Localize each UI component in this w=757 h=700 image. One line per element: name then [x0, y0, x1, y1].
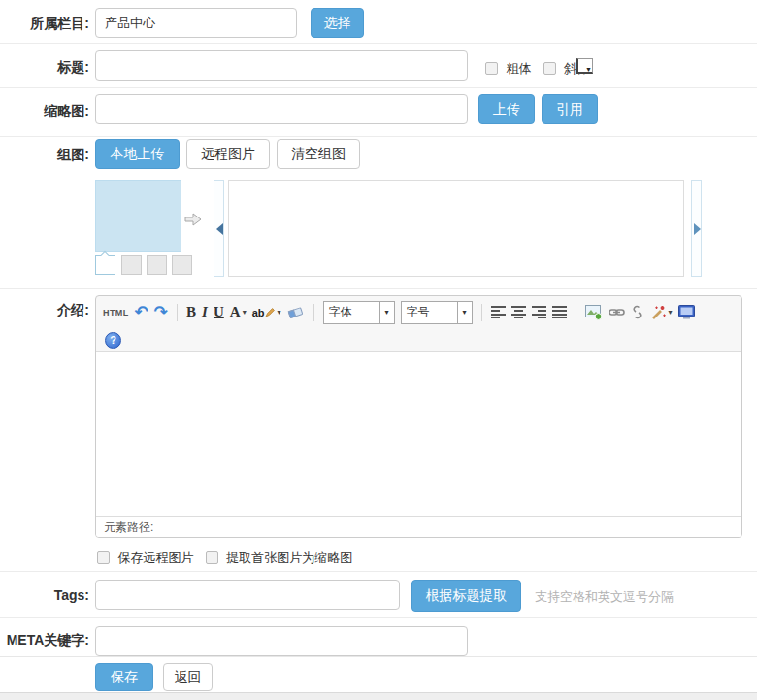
meta-keywords-label: META关键字: [7, 632, 89, 650]
gallery-list-area[interactable] [228, 180, 684, 277]
unlink-icon[interactable] [631, 305, 644, 319]
row-divider [0, 136, 757, 137]
gallery-thumb-slot[interactable] [172, 255, 192, 275]
undo-icon[interactable]: ↶ [135, 304, 148, 320]
eraser-icon[interactable] [287, 306, 305, 319]
pencil-icon [265, 307, 276, 317]
tags-extract-button[interactable]: 根据标题提取 [411, 580, 521, 612]
chevron-down-icon: ▾ [457, 302, 472, 323]
category-select-button[interactable]: 选择 [311, 8, 364, 38]
html-source-button[interactable]: HTML [103, 308, 129, 317]
toolbar-divider [481, 304, 482, 321]
redo-icon[interactable]: ↷ [154, 304, 168, 320]
gallery-thumb-slot[interactable] [121, 255, 142, 275]
gallery-tab-clear[interactable]: 清空组图 [277, 139, 360, 169]
font-color-button[interactable]: A ▾ [230, 304, 247, 320]
title-label: 标题: [57, 59, 89, 77]
thumbnail-label: 缩略图: [44, 103, 89, 120]
form-footer: 保存 返回 [0, 656, 757, 692]
toolbar-divider [576, 304, 576, 321]
triangle-left-icon [216, 223, 223, 235]
italic-button[interactable]: I [202, 304, 208, 320]
category-label: 所属栏目: [30, 16, 89, 33]
italic-checkbox[interactable] [543, 62, 556, 75]
chevron-down-icon: ▾ [243, 308, 247, 317]
row-divider [0, 571, 757, 572]
font-size-select[interactable]: 字号 ▾ [401, 301, 473, 324]
bold-button[interactable]: B [186, 304, 196, 320]
rich-text-editor: HTML ↶ ↷ B I U A ▾ ab ▾ 字体 ▾ [95, 295, 742, 538]
tags-hint: 支持空格和英文逗号分隔 [535, 588, 674, 606]
editor-toolbar-row1: HTML ↶ ↷ B I U A ▾ ab ▾ 字体 ▾ [96, 296, 741, 328]
editor-content[interactable] [96, 352, 741, 516]
row-divider [0, 617, 757, 618]
align-center-icon[interactable] [511, 306, 526, 318]
justify-icon[interactable] [552, 306, 567, 318]
gallery-preview-box[interactable] [95, 180, 181, 252]
chevron-down-icon: ▾ [278, 308, 281, 317]
magic-wand-icon[interactable]: ▾ [650, 305, 673, 320]
thumbnail-input[interactable] [95, 94, 468, 124]
chevron-down-icon: ▾ [669, 308, 673, 317]
underline-button[interactable]: U [214, 304, 224, 320]
gallery-thumb-slot[interactable] [95, 255, 115, 275]
gallery-tab-remote-image[interactable]: 远程图片 [186, 139, 270, 169]
help-icon[interactable]: ? [105, 332, 121, 349]
category-input[interactable] [95, 8, 297, 38]
extract-first-image-checkbox[interactable] [206, 551, 218, 564]
chevron-down-icon: ▼ [585, 66, 592, 73]
editor-toolbar-row2: ? [96, 328, 741, 352]
meta-keywords-input[interactable] [95, 626, 468, 656]
highlight-button[interactable]: ab ▾ [252, 307, 281, 318]
fullscreen-icon[interactable] [678, 305, 695, 319]
chevron-down-icon: ▾ [379, 302, 394, 323]
align-right-icon[interactable] [532, 306, 546, 318]
toolbar-divider [313, 304, 314, 321]
save-remote-images-label: 保存远程图片 [117, 550, 193, 565]
gallery-scroll-left[interactable] [214, 180, 224, 277]
insert-image-icon[interactable] [585, 305, 603, 320]
triangle-right-icon [694, 223, 701, 235]
thumbnail-upload-button[interactable]: 上传 [478, 94, 535, 124]
gallery-label: 组图: [57, 147, 89, 164]
thumbnail-quote-button[interactable]: 引用 [542, 94, 598, 124]
article-edit-form: 所属栏目: 选择 标题: 粗体 斜体 ▼ 缩略图: 上传 引用 组图: 本地上传… [0, 0, 757, 700]
toolbar-divider [177, 304, 178, 321]
extract-first-image-label: 提取首张图片为缩略图 [226, 550, 352, 565]
intro-label: 介绍: [57, 302, 89, 319]
row-divider [0, 288, 757, 289]
tags-label: Tags: [54, 587, 89, 603]
title-input[interactable] [95, 50, 468, 81]
align-left-icon[interactable] [491, 306, 506, 318]
font-family-select[interactable]: 字体 ▾ [323, 301, 395, 324]
gallery-thumb-slot[interactable] [147, 255, 167, 275]
bold-checkbox-label: 粗体 [506, 61, 531, 76]
row-divider [0, 87, 757, 88]
back-button[interactable]: 返回 [163, 663, 213, 691]
page-bottom-strip [0, 692, 757, 700]
row-divider [0, 43, 757, 44]
bold-checkbox[interactable] [485, 62, 498, 75]
gallery-tab-local-upload[interactable]: 本地上传 [95, 139, 180, 169]
tags-input[interactable] [95, 580, 400, 610]
title-color-picker[interactable]: ▼ [576, 58, 593, 74]
save-remote-images-checkbox[interactable] [97, 551, 110, 564]
save-button[interactable]: 保存 [95, 663, 153, 691]
arrow-right-icon [184, 211, 202, 232]
link-icon[interactable] [609, 307, 625, 317]
gallery-scroll-right[interactable] [691, 180, 702, 277]
editor-element-path: 元素路径: [96, 516, 741, 537]
